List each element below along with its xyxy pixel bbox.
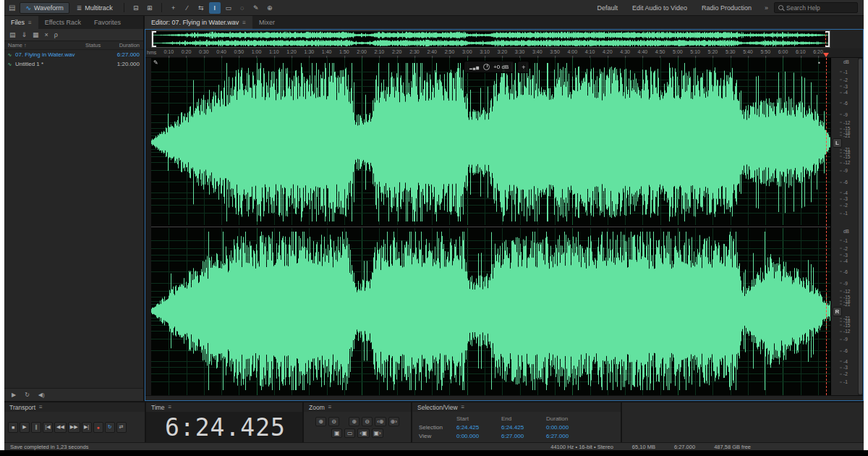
file-row[interactable]: ∿Untitled 1 *1:20.000 — [4, 59, 143, 69]
go-to-previous-button[interactable]: |◀ — [43, 422, 53, 433]
marquee-selection-tool[interactable]: ▭ — [223, 2, 234, 14]
pause-button[interactable]: ∥ — [31, 422, 41, 433]
rewind-button[interactable]: ◀◀ — [54, 422, 67, 433]
preview-loop-button[interactable]: ↻ — [25, 392, 30, 398]
timeline-ruler[interactable]: hms 0:100:200:300:400:501:001:101:201:30… — [145, 48, 863, 58]
selview-value[interactable]: 6:27.000 — [501, 433, 546, 439]
tab-editor[interactable]: Editor: 07. Flying in Water.wav ≡ — [145, 16, 252, 29]
tab-mixer[interactable]: Mixer — [252, 16, 281, 29]
overview-range-handle-left[interactable] — [152, 31, 156, 47]
tab-effects-rack[interactable]: Effects Rack — [38, 16, 88, 29]
panel-menu-icon[interactable]: ≡ — [242, 20, 246, 26]
selview-value[interactable]: 0:00.000 — [546, 424, 594, 431]
overview-range-handle-right[interactable] — [825, 31, 830, 47]
zoom-in-vertical-button[interactable]: ⊕ — [349, 417, 359, 426]
go-to-next-button[interactable]: ▶| — [82, 422, 92, 433]
channel-right-button[interactable]: R — [833, 307, 842, 316]
stop-button[interactable]: ■ — [8, 422, 18, 433]
transport-panel-header[interactable]: Transport ≡ — [4, 402, 145, 412]
show-mixer-panel-icon[interactable]: ⊞ — [144, 2, 156, 14]
panel-menu-icon[interactable]: ≡ — [328, 404, 332, 410]
db-scale-label: -4 — [843, 90, 848, 95]
vertical-zoom-scrollbar[interactable] — [858, 58, 863, 395]
move-tool[interactable]: + — [168, 2, 179, 14]
preview-autoplay-button[interactable]: ◀) — [38, 392, 45, 398]
skip-selection-button[interactable]: ⇄ — [116, 422, 127, 433]
scrollbar-thumb[interactable] — [859, 59, 862, 394]
zoom-right-edge-button[interactable]: ▣› — [372, 428, 383, 438]
time-panel-header[interactable]: Time ≡ — [146, 402, 302, 412]
hud-move-handle[interactable]: + — [517, 61, 529, 73]
multitrack-view-button[interactable]: ≣ Multitrack — [72, 3, 118, 13]
gain-hud-pill[interactable]: ▂▄▆ +0 dB — [464, 61, 514, 73]
time-selection-tool[interactable]: I — [209, 2, 221, 14]
overview-navigator[interactable] — [151, 30, 830, 48]
selview-value[interactable]: 0:00.000 — [456, 433, 501, 439]
search-files-icon[interactable]: ρ — [54, 31, 58, 38]
playhead[interactable] — [826, 58, 827, 395]
waveform-display[interactable]: ✎ ▪ ▂▄▆ +0 dB + — [151, 58, 830, 395]
workspace-default[interactable]: Default — [597, 4, 618, 12]
selview-value[interactable]: 6:24.425 — [501, 424, 546, 431]
app-menu-icon[interactable]: ▤ — [9, 4, 15, 12]
zoom-out-full-button[interactable]: ▭ — [344, 428, 355, 438]
zoom-left-edge-button[interactable]: ‹▣ — [357, 428, 369, 438]
fast-forward-button[interactable]: ▶▶ — [68, 422, 80, 433]
db-scale-label: -12 — [843, 329, 850, 334]
razor-tool[interactable]: ∕ — [182, 2, 193, 14]
wave-edit-icon[interactable]: ✎ — [153, 60, 158, 66]
import-file-icon[interactable]: ⇓ — [22, 31, 27, 38]
zoom-out-vertical-button[interactable]: ⊖ — [362, 417, 373, 426]
zoom-out-horizontal-button[interactable]: ⊖ — [328, 417, 339, 426]
ruler-track[interactable]: 0:100:200:300:400:501:001:101:201:301:40… — [151, 48, 830, 57]
workspace-overflow-chevron[interactable]: » — [765, 4, 768, 12]
waveform-view-button[interactable]: ∿ Waveform — [20, 2, 69, 14]
search-box[interactable] — [774, 2, 858, 13]
search-input[interactable] — [786, 4, 854, 12]
wave-options-icon[interactable]: ▪ — [818, 60, 820, 66]
zoom-panel-header[interactable]: Zoom ≡ — [304, 402, 411, 412]
waveform-canvas[interactable] — [151, 58, 830, 395]
workspace-edit-audio-to-video[interactable]: Edit Audio to Video — [632, 4, 687, 12]
file-row[interactable]: ∿07. Flying in Water.wav6:27.000 — [4, 50, 143, 59]
ruler-time-label: 1:10 — [269, 49, 279, 54]
panel-menu-icon[interactable]: ≡ — [461, 404, 465, 410]
column-header-dur[interactable]: Duration — [110, 42, 143, 48]
selview-value[interactable]: 6:24.425 — [456, 424, 501, 431]
playhead-handle[interactable] — [823, 53, 829, 57]
selview-value[interactable]: 6:27.000 — [546, 433, 594, 439]
channel-left-button[interactable]: L — [833, 138, 842, 148]
panel-menu-icon[interactable]: ≡ — [169, 404, 172, 410]
spot-healing-brush-tool[interactable]: ⊕ — [264, 2, 276, 14]
ruler-time-label: 4:30 — [620, 49, 630, 54]
zoom-in-at-in-point-button[interactable]: ‹⊕ — [375, 417, 386, 426]
slip-tool[interactable]: ⇆ — [195, 2, 207, 14]
panel-menu-icon[interactable]: ≡ — [39, 404, 43, 410]
tab-files[interactable]: Files≡ — [4, 16, 38, 29]
paintbrush-tool[interactable]: ✎ — [250, 2, 262, 14]
lasso-selection-tool[interactable]: ◌ — [237, 2, 248, 14]
time-display[interactable]: 6:24.425 — [165, 415, 286, 439]
delete-file-icon[interactable]: × — [45, 31, 48, 38]
zoom-in-horizontal-button[interactable]: ⊕ — [315, 417, 326, 426]
loop-playback-button[interactable]: ↻ — [105, 422, 115, 433]
overview-waveform[interactable] — [152, 31, 830, 47]
selection-view-header[interactable]: Selection/View ≡ — [412, 402, 621, 412]
preview-play-button[interactable]: ▶ — [12, 392, 16, 398]
gain-knob-icon[interactable] — [483, 64, 490, 70]
open-file-icon[interactable]: ▤ — [9, 31, 16, 38]
show-editor-panel-icon[interactable]: ⊟ — [130, 2, 142, 14]
column-header-status[interactable]: Status — [85, 42, 110, 48]
tab-favorites[interactable]: Favorites — [88, 16, 127, 29]
gain-hud[interactable]: ▂▄▆ +0 dB + — [464, 61, 529, 73]
zoom-in-at-out-point-button[interactable]: ⊕› — [388, 417, 399, 426]
new-file-icon[interactable]: ▦ — [33, 31, 39, 38]
workspace-radio-production[interactable]: Radio Production — [702, 4, 752, 12]
column-header-name[interactable]: Name ↑ — [4, 42, 85, 48]
main-area: Files≡Effects RackFavorites ▤⇓▦×ρ Name ↑… — [4, 16, 864, 401]
record-button[interactable]: ● — [93, 422, 103, 433]
panel-menu-icon[interactable]: ≡ — [28, 20, 32, 26]
play-button[interactable]: ▶ — [20, 422, 30, 433]
overview-gutter — [145, 30, 151, 48]
zoom-to-selection-button[interactable]: ▣ — [331, 428, 342, 438]
